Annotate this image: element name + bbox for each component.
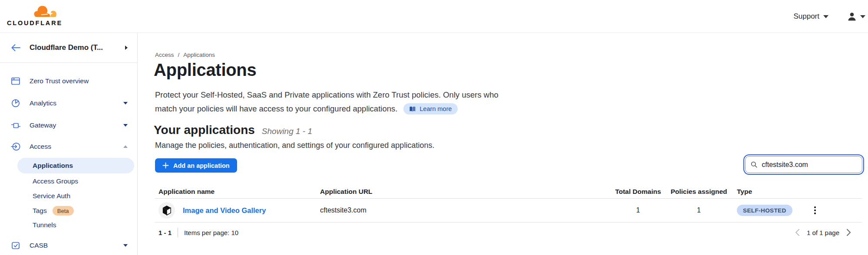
- search-input[interactable]: [762, 161, 857, 169]
- sidebar-item-label: Zero Trust overview: [30, 77, 89, 85]
- learn-more-label: Learn more: [419, 102, 452, 116]
- column-header-application-name: Application name: [155, 188, 320, 196]
- column-header-total-domains: Total Domains: [611, 188, 665, 196]
- pie-chart-icon: [11, 98, 20, 108]
- back-arrow-icon[interactable]: [11, 43, 21, 52]
- section-title: Your applications: [154, 123, 255, 137]
- chevron-down-icon: [123, 244, 128, 247]
- sidebar-item-zero-trust-overview[interactable]: Zero Trust overview: [0, 74, 138, 88]
- beta-badge: Beta: [53, 206, 74, 216]
- sidebar-item-label: Tags: [33, 207, 47, 215]
- pagination-bar: 1 - 1 Items per page: 10 1 of 1 page: [155, 222, 862, 242]
- previous-page-icon[interactable]: [795, 229, 800, 236]
- sidebar-item-label: Access: [30, 143, 51, 150]
- window-icon: [11, 76, 20, 86]
- topbar-right: Support: [793, 0, 865, 33]
- cloudflare-logo[interactable]: CLOUDFLARE: [7, 4, 68, 26]
- application-name-link[interactable]: Image and Video Gallery: [183, 206, 266, 215]
- chevron-down-icon: [860, 15, 865, 18]
- next-page-icon[interactable]: [846, 229, 851, 236]
- sidebar-item-label: CASB: [30, 242, 48, 249]
- breadcrumb-access[interactable]: Access: [155, 52, 174, 58]
- cloudflare-logo-text: CLOUDFLARE: [7, 20, 68, 26]
- sidebar-item-label: Applications: [33, 162, 73, 170]
- policies-assigned-value: 1: [665, 206, 733, 214]
- breadcrumb-applications[interactable]: Applications: [183, 52, 215, 58]
- account-selector: Cloudflare Demo (T...: [0, 33, 137, 63]
- account-name: Cloudflare Demo (T...: [30, 43, 125, 52]
- showing-count: Showing 1 - 1: [262, 127, 312, 136]
- breadcrumb: Access / Applications: [155, 52, 215, 58]
- type-badge: SELF-HOSTED: [737, 205, 792, 216]
- section-subtitle: Manage the policies, authentication, and…: [155, 141, 434, 150]
- pagination-range: 1 - 1: [155, 229, 172, 236]
- sidebar-item-tags[interactable]: Tags Beta: [0, 203, 138, 218]
- description-line-1: Protect your Self-Hosted, SaaS and Priva…: [155, 88, 498, 102]
- sidebar-item-applications[interactable]: Applications: [17, 158, 134, 173]
- chevron-up-icon: [123, 145, 128, 148]
- sidebar-item-analytics[interactable]: Analytics: [0, 96, 138, 111]
- search-box: [745, 156, 862, 173]
- page-title: Applications: [154, 60, 256, 80]
- search-icon: [751, 161, 757, 168]
- chevron-down-icon: [823, 15, 828, 18]
- sidebar-item-label: Gateway: [30, 121, 56, 129]
- user-menu[interactable]: [847, 11, 865, 22]
- support-menu[interactable]: Support: [793, 12, 828, 21]
- chevron-down-icon: [123, 124, 128, 127]
- row-actions-kebab-menu[interactable]: [812, 204, 818, 217]
- book-icon: [409, 106, 416, 112]
- divider: [178, 228, 178, 237]
- column-header-application-url: Application URL: [320, 188, 611, 196]
- chevron-right-icon[interactable]: [125, 46, 128, 50]
- section-header: Your applications Showing 1 - 1: [154, 123, 312, 137]
- page-description: Protect your Self-Hosted, SaaS and Priva…: [155, 88, 498, 116]
- plus-icon: [162, 162, 169, 169]
- description-line-2: match your policies will have access to …: [155, 102, 397, 116]
- gateway-icon: [11, 121, 20, 130]
- sidebar: Cloudflare Demo (T... Zero Trust overvie…: [0, 33, 138, 255]
- sidebar-item-gateway[interactable]: Gateway: [0, 118, 138, 133]
- application-cube-icon: [158, 202, 175, 219]
- page-info: 1 of 1 page: [807, 229, 839, 236]
- breadcrumb-separator: /: [178, 52, 180, 58]
- add-application-button[interactable]: Add an application: [155, 158, 237, 173]
- total-domains-value: 1: [611, 206, 665, 214]
- table-header-row: Application name Application URL Total D…: [155, 185, 862, 199]
- support-label: Support: [793, 12, 819, 21]
- sidebar-item-access[interactable]: Access: [0, 139, 138, 154]
- application-url: cftestsite3.com: [320, 206, 611, 214]
- sidebar-item-access-groups[interactable]: Access Groups: [0, 174, 138, 189]
- casb-icon: [11, 241, 20, 250]
- sidebar-item-label: Tunnels: [33, 221, 56, 229]
- applications-table: Application name Application URL Total D…: [155, 185, 862, 222]
- sidebar-item-label: Access Groups: [33, 177, 78, 185]
- table-row: Image and Video Gallery cftestsite3.com …: [155, 199, 862, 222]
- sidebar-item-casb[interactable]: CASB: [0, 238, 138, 253]
- sidebar-item-label: Service Auth: [33, 192, 70, 200]
- access-icon: [11, 142, 21, 151]
- items-per-page[interactable]: Items per page: 10: [184, 229, 238, 236]
- cloudflare-cloud-icon: [31, 4, 59, 19]
- sidebar-item-tunnels[interactable]: Tunnels: [0, 218, 138, 232]
- sidebar-item-service-auth[interactable]: Service Auth: [0, 189, 138, 203]
- sidebar-item-label: Analytics: [30, 99, 56, 107]
- chevron-down-icon: [123, 102, 128, 105]
- user-icon: [847, 11, 857, 22]
- top-header: CLOUDFLARE Support: [0, 0, 868, 33]
- column-header-type: Type: [733, 188, 806, 196]
- column-header-policies-assigned: Policies assigned: [665, 188, 733, 196]
- learn-more-button[interactable]: Learn more: [403, 103, 457, 114]
- add-application-label: Add an application: [173, 162, 230, 169]
